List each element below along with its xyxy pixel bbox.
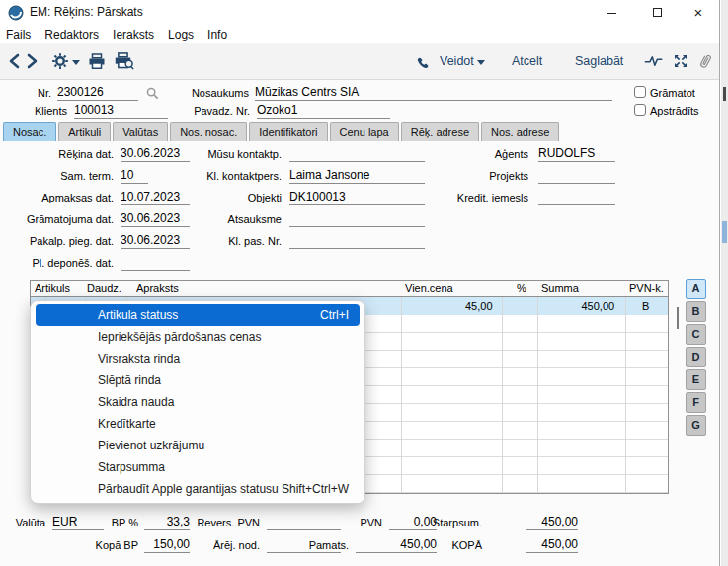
flip-tab-e[interactable]: E xyxy=(686,369,706,390)
bp-label: BP % xyxy=(99,515,138,530)
valuta-field[interactable]: EUR xyxy=(52,515,104,530)
menu-redaktors[interactable]: Redaktors xyxy=(44,28,99,41)
menu-item-label: Starpsumma xyxy=(98,456,165,478)
kopa-bp-field[interactable]: 150,00 xyxy=(144,537,190,553)
kl-kontaktpers-label: Kl. kontaktpers. xyxy=(153,168,282,184)
agents-label: Aģents xyxy=(400,146,528,162)
pavadz-label: Pavadz. Nr. xyxy=(181,103,250,119)
tab-rek-adrese[interactable]: Rēķ. adrese xyxy=(401,122,479,141)
menu-item-iepriekshejas-cenas[interactable]: Iepriekšējās pārdošanas cenas xyxy=(31,326,364,348)
kopa-bp-label: Kopā BP xyxy=(94,537,138,553)
print-preview-button[interactable] xyxy=(115,51,134,71)
resize-button[interactable] xyxy=(673,51,688,71)
toolbar: Veidot Atcelt Saglabāt xyxy=(0,43,719,80)
sam-term-label: Sam. term. xyxy=(0,168,114,184)
agents-field[interactable]: RUDOLFS xyxy=(538,146,615,162)
flip-tab-c[interactable]: C xyxy=(686,324,706,345)
atcelt-button[interactable]: Atcelt xyxy=(512,51,542,71)
menu-item-apple-garantija[interactable]: Pārbaudīt Apple garantijas statusu Shift… xyxy=(31,478,364,500)
apstradits-label: Apstrādīts xyxy=(650,104,699,118)
tab-cenu-lapa[interactable]: Cenu lapa xyxy=(330,122,399,141)
musu-kontaktp-label: Mūsu kontaktp. xyxy=(153,146,282,162)
gramatot-checkbox[interactable] xyxy=(634,86,646,98)
gramatojuma-dat-label: Grāmatojuma dat. xyxy=(0,211,114,227)
col-summa: Summa xyxy=(541,282,579,296)
summa-cell[interactable]: 450,00 xyxy=(535,297,623,315)
attach-button[interactable] xyxy=(697,51,713,71)
menu-item-slepta-rinda[interactable]: Slēptā rinda xyxy=(31,369,364,391)
pulse-icon xyxy=(644,53,664,69)
flip-tab-f[interactable]: F xyxy=(686,392,706,413)
column-separator xyxy=(537,297,538,493)
veidot-button[interactable]: Veidot xyxy=(440,51,485,71)
pamats-field[interactable]: 450,00 xyxy=(356,537,437,553)
flip-tab-a[interactable]: A xyxy=(686,279,706,299)
projekts-field[interactable] xyxy=(538,168,615,184)
procents-cell[interactable] xyxy=(501,297,536,315)
sam-term-field[interactable]: 10 xyxy=(121,168,148,184)
tab-valutas[interactable]: Valūtas xyxy=(113,122,168,141)
menu-item-label: Pievienot uzkrājumu xyxy=(98,435,204,456)
saglabat-label: Saglabāt xyxy=(575,54,623,68)
column-separator xyxy=(502,297,503,493)
apstradits-checkbox[interactable] xyxy=(634,104,646,116)
col-apraksts: Apraksts xyxy=(136,282,179,296)
nosaukums-field[interactable]: Mūzikas Centrs SIA xyxy=(255,85,612,101)
menu-item-pievienot-uzkrajumu[interactable]: Pievienot uzkrājumu xyxy=(31,435,364,456)
print-button[interactable] xyxy=(88,51,106,71)
pavadz-field[interactable]: Ozoko1 xyxy=(257,103,390,119)
pvn-k-cell[interactable]: B xyxy=(623,297,668,315)
kl-pas-nr-field[interactable] xyxy=(289,233,425,249)
menu-item-virsraksta-rinda[interactable]: Virsraksta rinda xyxy=(31,348,364,369)
menu-item-kreditkarte[interactable]: Kredītkarte xyxy=(31,413,364,435)
menu-item-starpsumma[interactable]: Starpsumma xyxy=(31,456,364,478)
starpsum-field[interactable]: 450,00 xyxy=(526,515,578,530)
settings-button[interactable] xyxy=(51,51,80,71)
revers-pvn-field[interactable] xyxy=(267,515,341,530)
back-button[interactable] xyxy=(8,51,21,71)
tab-artikuli[interactable]: Artikuli xyxy=(58,122,111,141)
kopa-field[interactable]: 450,00 xyxy=(526,537,578,553)
menu-item-label: Iepriekšējās pārdošanas cenas xyxy=(98,326,261,348)
maximize-button[interactable] xyxy=(640,0,674,25)
menu-item-shortcut: Shift+Ctrl+W xyxy=(282,478,349,500)
pamats-label: Pamats. xyxy=(299,537,349,553)
menu-item-label: Skaidra nauda xyxy=(98,391,174,413)
call-button[interactable] xyxy=(413,51,430,71)
tab-nosac[interactable]: Nosac. xyxy=(3,122,56,141)
tab-nos-adrese[interactable]: Nos. adrese xyxy=(481,122,559,141)
menu-fails[interactable]: Fails xyxy=(6,28,31,41)
menu-logs[interactable]: Logs xyxy=(168,28,194,41)
gramatot-label: Grāmatot xyxy=(650,86,695,100)
phone-icon xyxy=(413,53,430,70)
tab-identifikatori[interactable]: Identifikatori xyxy=(249,122,327,141)
forward-button[interactable] xyxy=(26,51,39,71)
table-scrollbar-thumb[interactable] xyxy=(677,307,679,329)
close-button[interactable]: × xyxy=(682,0,715,25)
menu-ieraksts[interactable]: Ieraksts xyxy=(113,28,154,41)
minimize-button[interactable] xyxy=(595,0,628,25)
bp-field[interactable]: 33,3 xyxy=(144,515,190,530)
vien-cena-cell[interactable]: 45,00 xyxy=(400,297,501,315)
revers-pvn-label: Revers. PVN xyxy=(196,515,260,530)
flip-tab-g[interactable]: G xyxy=(686,415,706,436)
nr-field[interactable]: 2300126 xyxy=(57,85,138,101)
atsauksme-field[interactable] xyxy=(289,211,425,227)
paste-special-magnifier-icon[interactable] xyxy=(146,87,159,100)
starpsum-label: Starpsum. xyxy=(423,515,482,530)
objekti-label: Objekti xyxy=(153,190,282,205)
menu-item-artikula-statuss[interactable]: Artikula statuss Ctrl+I xyxy=(36,304,360,326)
menu-item-skaidra-nauda[interactable]: Skaidra nauda xyxy=(31,391,364,413)
saglabat-button[interactable]: Saglabāt xyxy=(575,51,623,71)
valuta-label: Valūta xyxy=(6,515,45,530)
klients-field[interactable]: 100013 xyxy=(74,103,168,119)
activity-button[interactable] xyxy=(644,51,664,71)
caret-down-icon xyxy=(72,60,80,65)
kredit-iemesls-field[interactable] xyxy=(538,190,615,205)
tab-nos-nosac[interactable]: Nos. nosac. xyxy=(170,122,247,141)
caret-down-icon xyxy=(477,60,485,65)
pl-deponesh-dat-field[interactable] xyxy=(121,255,190,271)
flip-tab-b[interactable]: B xyxy=(686,301,706,322)
menu-info[interactable]: Info xyxy=(207,28,227,41)
flip-tab-d[interactable]: D xyxy=(686,347,706,367)
